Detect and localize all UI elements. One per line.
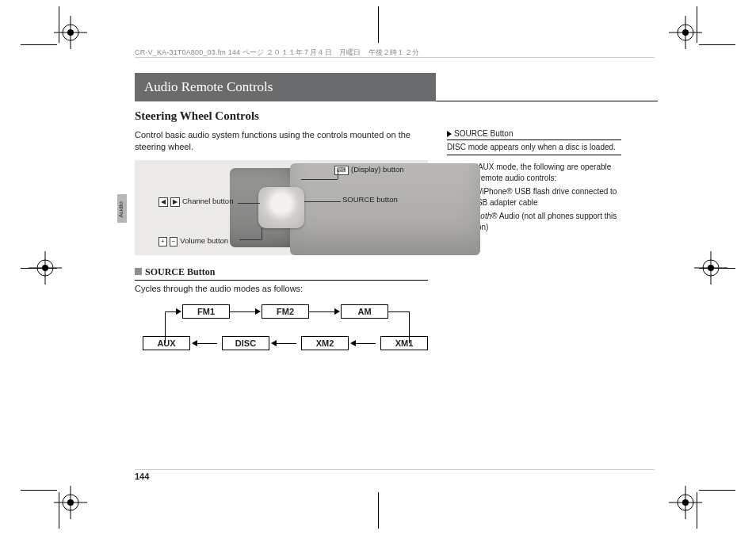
page-number: 144: [135, 472, 149, 481]
volume-plus-icon: +: [158, 237, 167, 246]
registration-mark-icon: [54, 486, 87, 519]
audio-mode-flow: FM1 FM2 AM AUX DISC XM2 XM1: [135, 304, 428, 366]
sidebar-note-1: DISC mode appears only when a disc is lo…: [447, 143, 621, 155]
registration-mark-icon: [669, 486, 702, 519]
sidebar-bullet-1: iPod®/iPhone® USB flash drive connected …: [458, 186, 621, 208]
intro-text: Control basic audio system functions usi…: [135, 129, 428, 154]
callout-volume: +−Volume button: [158, 236, 228, 246]
flow-xm1: XM1: [380, 336, 428, 350]
page-subtitle: Steering Wheel Controls: [135, 109, 658, 123]
source-desc: Cycles through the audio modes as follow…: [135, 284, 428, 293]
source-heading: SOURCE Button: [135, 266, 428, 281]
channel-left-icon: ◀: [158, 197, 168, 207]
steering-wheel-figure: ⌨(Display) button ◀▶Channel button +−Vol…: [135, 160, 428, 255]
registration-mark-icon: [29, 251, 62, 285]
registration-mark-icon: [669, 16, 702, 49]
page-title: Audio Remote Controls: [135, 73, 436, 101]
sidebar-heading: SOURCE Button: [447, 129, 621, 140]
flow-fm1: FM1: [182, 304, 230, 319]
callout-channel: ◀▶Channel button: [158, 197, 233, 207]
flow-am: AM: [341, 304, 388, 319]
flow-aux: AUX: [143, 336, 190, 350]
flow-fm2: FM2: [262, 304, 309, 319]
display-icon: ⌨: [334, 166, 349, 175]
registration-mark-icon: [54, 16, 87, 49]
square-bullet-icon: [135, 268, 142, 275]
registration-mark-icon: [694, 251, 727, 285]
triangle-icon: [447, 131, 452, 137]
callout-display: ⌨(Display) button: [334, 165, 404, 175]
channel-right-icon: ▶: [170, 197, 180, 207]
volume-minus-icon: −: [170, 237, 178, 246]
section-tab-label: Audio: [117, 201, 124, 217]
flow-disc: DISC: [222, 336, 269, 350]
sidebar-bullet-2: Bluetooth® Audio (not all phones support…: [458, 211, 621, 232]
callout-source: SOURCE button: [342, 195, 398, 204]
flow-xm2: XM2: [301, 336, 349, 350]
